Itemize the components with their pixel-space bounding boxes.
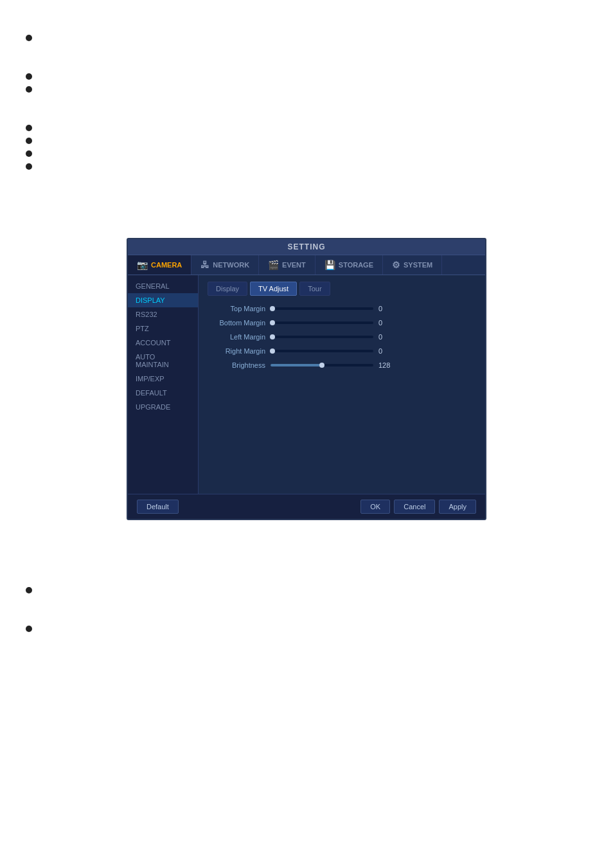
- tab-network[interactable]: 🖧 NETWORK: [191, 255, 259, 275]
- left-margin-thumb: [270, 334, 275, 339]
- bullet-item-3: [26, 84, 587, 93]
- top-margin-value: 0: [378, 305, 398, 312]
- bullet-item-5: [26, 135, 587, 144]
- bullet-dot: [26, 626, 32, 632]
- bottom-margin-label: Bottom Margin: [208, 319, 265, 327]
- bullet-bottom-1: [26, 584, 587, 593]
- sidebar-item-auto-maintain[interactable]: AUTO MAINTAIN: [128, 350, 198, 372]
- top-margin-track[interactable]: [271, 307, 373, 310]
- cancel-button[interactable]: Cancel: [394, 500, 435, 514]
- brightness-thumb: [319, 363, 324, 368]
- bullet-dot: [26, 150, 32, 157]
- tab-camera-label: CAMERA: [151, 261, 182, 269]
- storage-icon: 💾: [324, 260, 335, 270]
- bullet-dot: [26, 138, 32, 144]
- bottom-margin-thumb: [270, 320, 275, 325]
- event-icon: 🎬: [268, 260, 279, 270]
- sub-tab-tv-adjust[interactable]: TV Adjust: [250, 282, 297, 296]
- right-margin-thumb: [270, 348, 275, 354]
- apply-button[interactable]: Apply: [439, 500, 476, 514]
- top-margin-label: Top Margin: [208, 305, 265, 312]
- slider-row-top-margin: Top Margin 0: [208, 305, 476, 312]
- bullet-dot: [26, 35, 32, 41]
- settings-title: SETTING: [287, 242, 325, 251]
- sub-tabs: Display TV Adjust Tour: [208, 282, 476, 296]
- brightness-value: 128: [378, 361, 398, 369]
- bullet-dot: [26, 73, 32, 80]
- bullet-item-7: [26, 161, 587, 170]
- tab-storage-label: STORAGE: [339, 261, 373, 269]
- slider-row-bottom-margin: Bottom Margin 0: [208, 319, 476, 327]
- sidebar-item-general[interactable]: GENERAL: [128, 279, 198, 293]
- top-margin-thumb: [270, 306, 275, 311]
- sidebar-item-imp-exp[interactable]: IMP/EXP: [128, 372, 198, 386]
- tab-event-label: EVENT: [282, 261, 306, 269]
- sidebar-item-upgrade[interactable]: UPGRADE: [128, 400, 198, 414]
- bullet-dot: [26, 163, 32, 170]
- tab-event[interactable]: 🎬 EVENT: [259, 255, 315, 275]
- sidebar-item-account[interactable]: ACCOUNT: [128, 336, 198, 350]
- bullet-item-1: [26, 32, 587, 41]
- tab-system-label: SYSTEM: [404, 261, 432, 269]
- settings-title-bar: SETTING: [128, 239, 485, 255]
- right-margin-label: Right Margin: [208, 347, 265, 355]
- system-icon: ⚙: [392, 260, 400, 270]
- tab-nav: 📷 CAMERA 🖧 NETWORK 🎬 EVENT 💾 STORAGE ⚙ S…: [128, 255, 485, 275]
- camera-icon: 📷: [137, 260, 148, 270]
- left-margin-label: Left Margin: [208, 333, 265, 341]
- left-margin-value: 0: [378, 333, 398, 341]
- settings-main: Display TV Adjust Tour Top Margin 0 Bott…: [199, 275, 485, 494]
- sub-tab-tour[interactable]: Tour: [299, 282, 330, 296]
- bullet-item-4: [26, 122, 587, 131]
- default-button[interactable]: Default: [137, 500, 179, 514]
- bullet-dot: [26, 587, 32, 593]
- left-margin-track[interactable]: [271, 336, 373, 338]
- right-margin-value: 0: [378, 347, 398, 355]
- sidebar-item-rs232[interactable]: RS232: [128, 307, 198, 321]
- footer-right-buttons: OK Cancel Apply: [360, 500, 476, 514]
- slider-row-left-margin: Left Margin 0: [208, 333, 476, 341]
- bullet-item-2: [26, 71, 587, 80]
- settings-sidebar: GENERAL DISPLAY RS232 PTZ ACCOUNT AUTO M…: [128, 275, 199, 494]
- sidebar-item-default[interactable]: DEFAULT: [128, 386, 198, 400]
- bottom-margin-track[interactable]: [271, 321, 373, 324]
- sidebar-item-ptz[interactable]: PTZ: [128, 321, 198, 336]
- settings-panel: SETTING 📷 CAMERA 🖧 NETWORK 🎬 EVENT 💾 STO…: [127, 238, 486, 520]
- ok-button[interactable]: OK: [360, 500, 390, 514]
- network-icon: 🖧: [200, 260, 209, 270]
- sub-tab-display[interactable]: Display: [208, 282, 247, 296]
- tab-storage[interactable]: 💾 STORAGE: [315, 255, 383, 275]
- bottom-margin-value: 0: [378, 319, 398, 327]
- tab-system[interactable]: ⚙ SYSTEM: [383, 255, 442, 275]
- settings-wrapper: SETTING 📷 CAMERA 🖧 NETWORK 🎬 EVENT 💾 STO…: [0, 238, 613, 520]
- tab-network-label: NETWORK: [213, 261, 249, 269]
- right-margin-track[interactable]: [271, 350, 373, 352]
- brightness-fill: [271, 364, 322, 366]
- slider-row-right-margin: Right Margin 0: [208, 347, 476, 355]
- bullet-bottom-2: [26, 623, 587, 632]
- brightness-label: Brightness: [208, 361, 265, 369]
- sidebar-item-display[interactable]: DISPLAY: [128, 293, 198, 307]
- brightness-track[interactable]: [271, 364, 373, 366]
- bullet-dot: [26, 86, 32, 93]
- slider-row-brightness: Brightness 128: [208, 361, 476, 369]
- bullet-dot: [26, 125, 32, 131]
- settings-content: GENERAL DISPLAY RS232 PTZ ACCOUNT AUTO M…: [128, 275, 485, 494]
- settings-footer: Default OK Cancel Apply: [128, 494, 485, 519]
- tab-camera[interactable]: 📷 CAMERA: [128, 255, 191, 275]
- bullet-item-6: [26, 148, 587, 157]
